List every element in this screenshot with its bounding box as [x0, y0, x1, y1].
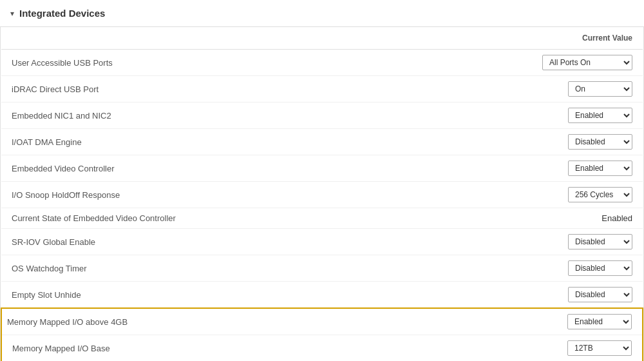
select-sr-iov[interactable]: EnabledDisabled [568, 234, 632, 249]
settings-table: Current Value User Accessible USB PortsA… [1, 27, 643, 361]
table-row: Memory Mapped I/O above 4GBEnabledDisabl… [1, 308, 643, 335]
setting-label: User Accessible USB Ports [12, 58, 113, 68]
section-title: Integrated Devices [19, 8, 105, 19]
table-row: I/OAT DMA EngineEnabledDisabled [1, 129, 643, 155]
label-column-header [1, 27, 354, 50]
table-row: Current State of Embedded Video Controll… [1, 208, 643, 229]
select-ioat-dma[interactable]: EnabledDisabled [568, 134, 632, 150]
select-memory-mapped-4gb[interactable]: EnabledDisabled [567, 314, 632, 329]
chevron-down-icon: ▾ [10, 9, 14, 18]
value-column-header: Current Value [354, 27, 643, 50]
select-embedded-video[interactable]: EnabledDisabled [568, 161, 632, 176]
setting-label: Current State of Embedded Video Controll… [12, 213, 176, 223]
setting-label: Embedded NIC1 and NIC2 [12, 111, 111, 121]
setting-label: Empty Slot Unhide [12, 290, 81, 300]
setting-label: I/O Snoop HoldOff Response [12, 190, 120, 200]
table-row: Memory Mapped I/O Base12TB1TB256GB [1, 335, 643, 362]
table-header-row: Current Value [1, 27, 643, 50]
select-os-watchdog[interactable]: EnabledDisabled [568, 260, 632, 276]
select-idrac-usb[interactable]: OnOff [568, 81, 632, 97]
value-current-state-video: Enabled [601, 213, 632, 223]
table-row: Empty Slot UnhideEnabledDisabled [1, 282, 643, 309]
page-container: ▾ Integrated Devices Current Value User … [0, 0, 644, 361]
section-header[interactable]: ▾ Integrated Devices [0, 0, 644, 27]
setting-label: iDRAC Direct USB Port [12, 84, 99, 94]
select-io-snoop[interactable]: 256 Cycles128 Cycles64 Cycles32 Cycles16… [568, 187, 632, 202]
table-row: iDRAC Direct USB PortOnOff [1, 76, 643, 102]
setting-label: OS Watchdog Timer [12, 264, 87, 273]
content-area: Current Value User Accessible USB PortsA… [0, 27, 644, 361]
select-empty-slot[interactable]: EnabledDisabled [568, 287, 632, 302]
table-row: I/O Snoop HoldOff Response256 Cycles128 … [1, 182, 643, 208]
setting-label: SR-IOV Global Enable [12, 237, 95, 247]
settings-body: User Accessible USB PortsAll Ports OnOnl… [1, 50, 643, 362]
table-row: User Accessible USB PortsAll Ports OnOnl… [1, 50, 643, 76]
setting-label: Embedded Video Controller [12, 164, 114, 173]
select-memory-mapped-base[interactable]: 12TB1TB256GB [567, 340, 632, 356]
table-row: OS Watchdog TimerEnabledDisabled [1, 255, 643, 282]
table-row: Embedded NIC1 and NIC2EnabledDisabled [1, 102, 643, 129]
setting-label: I/OAT DMA Engine [12, 137, 82, 147]
setting-label: Memory Mapped I/O Base [12, 344, 110, 353]
select-usb-ports[interactable]: All Ports OnOnly Back Ports OnAll Ports … [542, 55, 632, 70]
table-row: Embedded Video ControllerEnabledDisabled [1, 155, 643, 182]
setting-label: Memory Mapped I/O above 4GB [7, 317, 128, 327]
table-row: SR-IOV Global EnableEnabledDisabled [1, 229, 643, 255]
select-embedded-nic[interactable]: EnabledDisabled [568, 108, 632, 123]
